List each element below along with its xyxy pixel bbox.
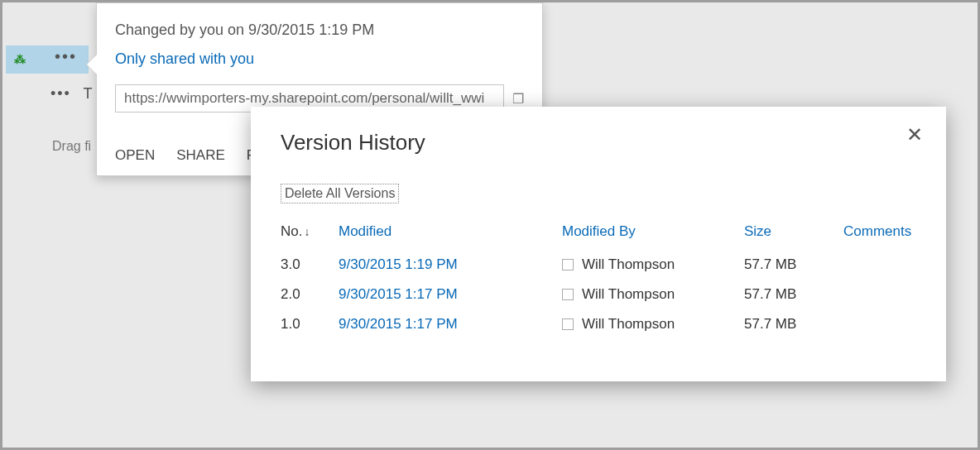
version-history-modal: ✕ Version History Delete All Versions No…	[251, 107, 946, 381]
column-header-no[interactable]: No.↓	[281, 223, 339, 250]
selected-file-row[interactable]: ⁂ •••	[6, 45, 89, 74]
cell-modified-link[interactable]: 9/30/2015 1:17 PM	[339, 280, 562, 309]
user-checkbox-icon[interactable]	[562, 259, 574, 270]
callout-actions: OPEN SHARE F	[115, 147, 255, 164]
user-checkbox-icon[interactable]	[562, 289, 574, 300]
modified-by-name: Will Thompson	[582, 316, 675, 332]
cell-no: 2.0	[281, 280, 339, 309]
user-checkbox-icon[interactable]	[562, 318, 574, 330]
cell-comments	[843, 250, 916, 280]
row-ellipsis-icon[interactable]: •••	[55, 52, 77, 60]
open-button[interactable]: OPEN	[115, 147, 155, 164]
cell-size: 57.7 MB	[744, 309, 843, 339]
cell-modified-by: Will Thompson	[562, 280, 744, 309]
table-row: 1.0 9/30/2015 1:17 PM Will Thompson 57.7…	[281, 309, 916, 339]
cell-modified-link[interactable]: 9/30/2015 1:17 PM	[339, 309, 562, 339]
column-header-modified[interactable]: Modified	[339, 223, 562, 250]
modified-by-name: Will Thompson	[582, 286, 675, 302]
drag-files-hint: Drag fi	[52, 139, 91, 154]
callout-arrow-icon	[87, 55, 97, 74]
version-history-table: No.↓ Modified Modified By Size Comments …	[281, 223, 916, 339]
cell-size: 57.7 MB	[744, 250, 843, 280]
file-row-2: ••• T	[50, 85, 93, 103]
popout-icon[interactable]: ❐	[512, 91, 524, 107]
new-badge-icon: ⁂	[14, 53, 26, 66]
cell-no: 1.0	[281, 309, 339, 339]
share-button[interactable]: SHARE	[176, 147, 225, 164]
column-header-size[interactable]: Size	[744, 223, 843, 250]
changed-by-text: Changed by you on 9/30/2015 1:19 PM	[115, 22, 524, 39]
cell-comments	[843, 280, 916, 309]
row-ellipsis-icon[interactable]: •••	[50, 85, 71, 102]
column-header-no-label: No.	[281, 223, 302, 239]
sort-desc-icon: ↓	[304, 225, 310, 238]
cell-modified-by: Will Thompson	[562, 250, 744, 280]
row2-letter: T	[84, 85, 93, 102]
modified-by-name: Will Thompson	[582, 256, 675, 272]
cell-modified-by: Will Thompson	[562, 309, 744, 339]
close-icon[interactable]: ✕	[906, 123, 923, 146]
column-header-modified-by[interactable]: Modified By	[562, 223, 744, 250]
table-row: 2.0 9/30/2015 1:17 PM Will Thompson 57.7…	[281, 280, 916, 309]
column-header-comments[interactable]: Comments	[843, 223, 916, 250]
modal-title: Version History	[281, 130, 916, 156]
table-row: 3.0 9/30/2015 1:19 PM Will Thompson 57.7…	[281, 250, 916, 280]
shared-with-link[interactable]: Only shared with you	[115, 50, 524, 68]
cell-no: 3.0	[281, 250, 339, 280]
cell-size: 57.7 MB	[744, 280, 843, 309]
cell-comments	[843, 309, 916, 339]
cell-modified-link[interactable]: 9/30/2015 1:19 PM	[339, 250, 562, 280]
delete-all-versions-link[interactable]: Delete All Versions	[281, 184, 399, 203]
